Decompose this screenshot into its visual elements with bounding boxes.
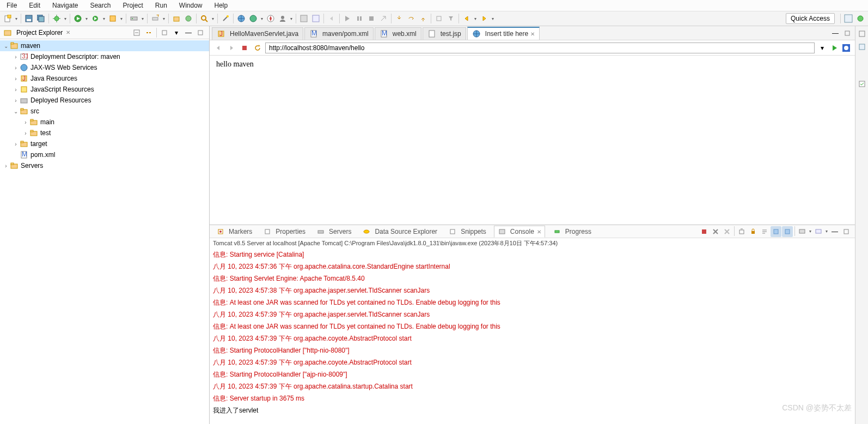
display-button[interactable]: [797, 226, 808, 237]
back-button[interactable]: [326, 13, 337, 24]
coverage-button[interactable]: [107, 13, 118, 24]
bottom-tab-data-source-explorer[interactable]: Data Source Explorer: [359, 226, 441, 237]
collapse-all-button[interactable]: [131, 27, 142, 38]
tree-item[interactable]: ›Servers: [0, 160, 209, 171]
url-input[interactable]: [265, 43, 815, 53]
tree-item[interactable]: ›target: [0, 138, 209, 149]
tree-item[interactable]: ›JavaScript Resources: [0, 84, 209, 95]
web-button[interactable]: [248, 13, 259, 24]
menu-file[interactable]: File: [2, 1, 21, 10]
drop-frame-button[interactable]: [433, 13, 444, 24]
bottom-tab-progress[interactable]: Progress: [549, 226, 595, 237]
pin-console-button[interactable]: [771, 226, 781, 237]
search-button[interactable]: [199, 13, 210, 24]
expand-icon[interactable]: ›: [12, 87, 20, 93]
terminate-button[interactable]: [699, 226, 710, 237]
maximize-button[interactable]: [195, 27, 206, 38]
editor-tab[interactable]: Mmaven/pom.xml: [304, 27, 374, 40]
dropdown-icon[interactable]: ▾: [211, 16, 215, 21]
dropdown-icon[interactable]: ▾: [84, 16, 89, 21]
console-output[interactable]: 信息: Starting service [Catalina]八月 10, 20…: [210, 249, 855, 424]
save-button[interactable]: [23, 13, 34, 24]
debug-button[interactable]: [51, 13, 62, 24]
toggle-button[interactable]: [298, 13, 309, 24]
remove-launch-button[interactable]: [710, 226, 721, 237]
bottom-tab-snippets[interactable]: Snippets: [445, 226, 490, 237]
dropdown-icon[interactable]: ▾: [119, 16, 124, 21]
expand-icon[interactable]: ›: [2, 163, 10, 169]
dropdown-icon[interactable]: ▾: [102, 16, 106, 21]
remove-all-button[interactable]: [722, 226, 732, 237]
scroll-lock-button[interactable]: [748, 226, 759, 237]
tree-item[interactable]: ⌄src: [0, 106, 209, 117]
tree-item[interactable]: ›31Deployment Descriptor: maven: [0, 51, 209, 62]
close-icon[interactable]: ✕: [537, 229, 541, 235]
max-button[interactable]: [841, 226, 852, 237]
nav-back-button[interactable]: [461, 13, 472, 24]
browser-stop-button[interactable]: [239, 43, 250, 53]
toggle2-button[interactable]: [310, 13, 321, 24]
tree-item[interactable]: ›JAX-WS Web Services: [0, 62, 209, 73]
editor-tab[interactable]: test.jsp: [423, 27, 466, 40]
open-console-button[interactable]: [813, 226, 824, 237]
show-console-button[interactable]: [782, 226, 793, 237]
minimize-button[interactable]: —: [830, 28, 841, 39]
bottom-tab-properties[interactable]: Properties: [260, 226, 309, 237]
expand-icon[interactable]: ›: [22, 119, 29, 125]
perspective-java-ee-button[interactable]: [843, 13, 854, 24]
browser-forward-button[interactable]: [226, 43, 237, 53]
user-button[interactable]: [277, 13, 288, 24]
project-tree[interactable]: ⌄maven›31Deployment Descriptor: maven›JA…: [0, 39, 209, 424]
close-icon[interactable]: ✕: [66, 29, 70, 35]
browser-refresh-button[interactable]: [252, 43, 263, 53]
expand-icon[interactable]: ›: [22, 130, 29, 136]
browser-button[interactable]: [236, 13, 247, 24]
min-button[interactable]: —: [829, 226, 840, 237]
save-all-button[interactable]: [35, 13, 46, 24]
menu-run[interactable]: Run: [151, 1, 172, 10]
close-icon[interactable]: ✕: [530, 31, 535, 37]
menu-edit[interactable]: Edit: [25, 1, 45, 10]
expand-icon[interactable]: ⌄: [12, 108, 20, 114]
bottom-tab-markers[interactable]: Markers: [213, 226, 255, 237]
new-server-button[interactable]: +: [150, 13, 161, 24]
step-over-button[interactable]: [406, 13, 417, 24]
step-return-button[interactable]: [418, 13, 429, 24]
dropdown-icon[interactable]: ▾: [473, 16, 478, 21]
dropdown-icon[interactable]: ▾: [14, 16, 19, 21]
perspective-debug-button[interactable]: [855, 13, 866, 24]
run-last-button[interactable]: [90, 13, 101, 24]
tree-item[interactable]: Mpom.xml: [0, 149, 209, 160]
dropdown-icon[interactable]: ▾: [824, 226, 829, 237]
expand-icon[interactable]: ›: [12, 54, 20, 60]
editor-tab[interactable]: Insert title here✕: [467, 27, 540, 40]
dropdown-icon[interactable]: ▾: [260, 16, 264, 21]
link-editor-button[interactable]: [143, 27, 154, 38]
task-icon[interactable]: [857, 78, 867, 89]
expand-icon[interactable]: ›: [12, 65, 20, 71]
compass-button[interactable]: [265, 13, 276, 24]
dropdown-icon[interactable]: ▾: [808, 226, 812, 237]
bottom-tab-servers[interactable]: Servers: [313, 226, 354, 237]
pause-button[interactable]: [354, 13, 365, 24]
step-into-button[interactable]: [394, 13, 405, 24]
clear-console-button[interactable]: [736, 226, 747, 237]
expand-icon[interactable]: ›: [12, 76, 20, 82]
editor-tab[interactable]: JHelloMavenServlet.java: [212, 27, 303, 40]
maximize-button[interactable]: [842, 28, 853, 39]
step-filter-button[interactable]: [445, 13, 456, 24]
tree-item[interactable]: ›JJava Resources: [0, 73, 209, 84]
focus-button[interactable]: [159, 27, 170, 38]
resume-button[interactable]: [342, 13, 353, 24]
tree-item[interactable]: ›test: [0, 128, 209, 138]
bottom-tab-console[interactable]: Console✕: [494, 226, 545, 238]
dropdown-icon[interactable]: ▾: [140, 16, 145, 21]
browser-back-button[interactable]: [213, 43, 224, 53]
menu-window[interactable]: Window: [175, 1, 207, 10]
nav-forward-button[interactable]: [479, 13, 490, 24]
dropdown-icon[interactable]: ▾: [63, 16, 68, 21]
menu-search[interactable]: Search: [85, 1, 115, 10]
dropdown-icon[interactable]: ▾: [491, 16, 495, 21]
expand-icon[interactable]: ⌄: [2, 43, 10, 49]
tree-item[interactable]: ⌄maven: [0, 40, 209, 51]
